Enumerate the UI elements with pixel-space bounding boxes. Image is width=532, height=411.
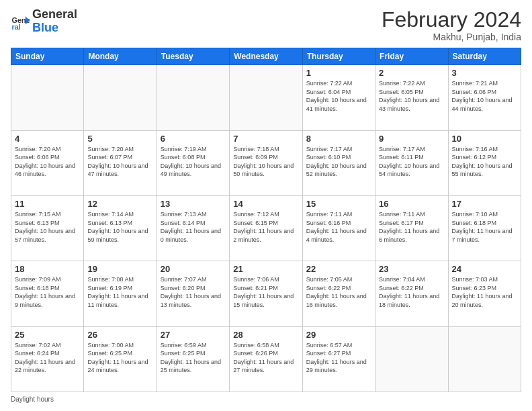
calendar-cell: 24Sunrise: 7:03 AM Sunset: 6:23 PM Dayli… [448,261,521,326]
calendar-cell [448,326,521,392]
calendar-cell: 26Sunrise: 7:00 AM Sunset: 6:25 PM Dayli… [84,326,157,392]
day-number: 17 [452,199,517,209]
svg-text:ral: ral [12,22,21,30]
day-number: 19 [87,264,152,274]
calendar-table: SundayMondayTuesdayWednesdayThursdayFrid… [11,48,521,392]
day-info: Sunrise: 7:03 AM Sunset: 6:23 PM Dayligh… [452,275,517,309]
day-header-wednesday: Wednesday [230,48,302,65]
logo-icon: Gene ral [11,12,30,31]
logo-text: GeneralBlue [32,8,77,35]
location: Makhu, Punjab, India [382,32,521,42]
day-number: 24 [452,264,517,274]
day-number: 20 [161,264,226,274]
day-number: 18 [15,264,80,274]
title-block: February 2024 Makhu, Punjab, India [382,8,521,42]
day-info: Sunrise: 7:12 AM Sunset: 6:15 PM Dayligh… [233,210,298,244]
calendar-cell: 21Sunrise: 7:06 AM Sunset: 6:21 PM Dayli… [230,261,302,326]
day-number: 22 [306,264,371,274]
day-number: 28 [233,330,298,340]
day-number: 15 [306,199,371,209]
calendar-cell: 2Sunrise: 7:22 AM Sunset: 6:05 PM Daylig… [375,65,448,130]
day-info: Sunrise: 7:10 AM Sunset: 6:18 PM Dayligh… [452,210,517,244]
calendar-cell: 27Sunrise: 6:59 AM Sunset: 6:25 PM Dayli… [157,326,229,392]
month-title: February 2024 [382,8,521,32]
day-number: 23 [379,264,444,274]
calendar-cell: 14Sunrise: 7:12 AM Sunset: 6:15 PM Dayli… [230,195,302,261]
calendar-cell: 15Sunrise: 7:11 AM Sunset: 6:16 PM Dayli… [302,195,375,261]
calendar-cell: 28Sunrise: 6:58 AM Sunset: 6:26 PM Dayli… [230,326,302,392]
day-number: 7 [233,134,298,144]
day-number: 11 [15,199,80,209]
day-info: Sunrise: 7:22 AM Sunset: 6:04 PM Dayligh… [306,79,371,113]
day-info: Sunrise: 6:59 AM Sunset: 6:25 PM Dayligh… [161,341,226,375]
day-number: 8 [306,134,371,144]
day-number: 4 [15,134,80,144]
calendar-cell [230,65,302,130]
day-number: 3 [452,68,517,78]
footer: Daylight hours [11,396,521,403]
day-number: 16 [379,199,444,209]
calendar-cell [11,65,84,130]
day-header-thursday: Thursday [302,48,375,65]
day-info: Sunrise: 7:00 AM Sunset: 6:25 PM Dayligh… [87,341,152,375]
header: Gene ral GeneralBlue February 2024 Makhu… [11,8,521,42]
day-info: Sunrise: 7:18 AM Sunset: 6:09 PM Dayligh… [233,145,298,179]
day-info: Sunrise: 7:11 AM Sunset: 6:17 PM Dayligh… [379,210,444,244]
day-info: Sunrise: 7:17 AM Sunset: 6:10 PM Dayligh… [306,145,371,179]
calendar-cell: 12Sunrise: 7:14 AM Sunset: 6:13 PM Dayli… [84,195,157,261]
day-header-monday: Monday [84,48,157,65]
calendar-cell: 7Sunrise: 7:18 AM Sunset: 6:09 PM Daylig… [230,130,302,195]
day-number: 13 [161,199,226,209]
day-number: 1 [306,68,371,78]
calendar-cell: 3Sunrise: 7:21 AM Sunset: 6:06 PM Daylig… [448,65,521,130]
day-number: 6 [161,134,226,144]
week-row-1: 4Sunrise: 7:20 AM Sunset: 6:06 PM Daylig… [11,130,521,195]
week-row-4: 25Sunrise: 7:02 AM Sunset: 6:24 PM Dayli… [11,326,521,392]
calendar-cell: 25Sunrise: 7:02 AM Sunset: 6:24 PM Dayli… [11,326,84,392]
calendar-cell: 8Sunrise: 7:17 AM Sunset: 6:10 PM Daylig… [302,130,375,195]
week-row-2: 11Sunrise: 7:15 AM Sunset: 6:13 PM Dayli… [11,195,521,261]
day-info: Sunrise: 7:16 AM Sunset: 6:12 PM Dayligh… [452,145,517,179]
calendar-cell: 10Sunrise: 7:16 AM Sunset: 6:12 PM Dayli… [448,130,521,195]
day-number: 25 [15,330,80,340]
week-row-0: 1Sunrise: 7:22 AM Sunset: 6:04 PM Daylig… [11,65,521,130]
calendar-cell: 1Sunrise: 7:22 AM Sunset: 6:04 PM Daylig… [302,65,375,130]
calendar-cell: 11Sunrise: 7:15 AM Sunset: 6:13 PM Dayli… [11,195,84,261]
day-info: Sunrise: 7:19 AM Sunset: 6:08 PM Dayligh… [161,145,226,179]
calendar-cell [375,326,448,392]
day-info: Sunrise: 7:22 AM Sunset: 6:05 PM Dayligh… [379,79,444,113]
header-row: SundayMondayTuesdayWednesdayThursdayFrid… [11,48,521,65]
calendar-cell: 29Sunrise: 6:57 AM Sunset: 6:27 PM Dayli… [302,326,375,392]
day-info: Sunrise: 7:06 AM Sunset: 6:21 PM Dayligh… [233,275,298,309]
calendar-cell: 16Sunrise: 7:11 AM Sunset: 6:17 PM Dayli… [375,195,448,261]
day-header-tuesday: Tuesday [157,48,229,65]
week-row-3: 18Sunrise: 7:09 AM Sunset: 6:18 PM Dayli… [11,261,521,326]
day-info: Sunrise: 7:09 AM Sunset: 6:18 PM Dayligh… [15,275,80,309]
page: Gene ral GeneralBlue February 2024 Makhu… [0,0,532,411]
day-header-saturday: Saturday [448,48,521,65]
day-number: 29 [306,330,371,340]
calendar-cell: 4Sunrise: 7:20 AM Sunset: 6:06 PM Daylig… [11,130,84,195]
day-number: 27 [161,330,226,340]
day-info: Sunrise: 7:07 AM Sunset: 6:20 PM Dayligh… [161,275,226,309]
day-info: Sunrise: 7:04 AM Sunset: 6:22 PM Dayligh… [379,275,444,309]
calendar-cell: 9Sunrise: 7:17 AM Sunset: 6:11 PM Daylig… [375,130,448,195]
day-number: 21 [233,264,298,274]
day-info: Sunrise: 7:11 AM Sunset: 6:16 PM Dayligh… [306,210,371,244]
day-info: Sunrise: 7:13 AM Sunset: 6:14 PM Dayligh… [161,210,226,244]
calendar-cell: 13Sunrise: 7:13 AM Sunset: 6:14 PM Dayli… [157,195,229,261]
calendar-cell: 20Sunrise: 7:07 AM Sunset: 6:20 PM Dayli… [157,261,229,326]
day-number: 26 [87,330,152,340]
day-info: Sunrise: 7:05 AM Sunset: 6:22 PM Dayligh… [306,275,371,309]
calendar-cell: 17Sunrise: 7:10 AM Sunset: 6:18 PM Dayli… [448,195,521,261]
day-number: 14 [233,199,298,209]
day-info: Sunrise: 6:57 AM Sunset: 6:27 PM Dayligh… [306,341,371,375]
calendar-cell: 6Sunrise: 7:19 AM Sunset: 6:08 PM Daylig… [157,130,229,195]
calendar-cell: 22Sunrise: 7:05 AM Sunset: 6:22 PM Dayli… [302,261,375,326]
logo: Gene ral GeneralBlue [11,8,77,35]
day-header-sunday: Sunday [11,48,84,65]
day-info: Sunrise: 7:20 AM Sunset: 6:06 PM Dayligh… [15,145,80,179]
calendar-cell [84,65,157,130]
day-number: 10 [452,134,517,144]
day-info: Sunrise: 6:58 AM Sunset: 6:26 PM Dayligh… [233,341,298,375]
